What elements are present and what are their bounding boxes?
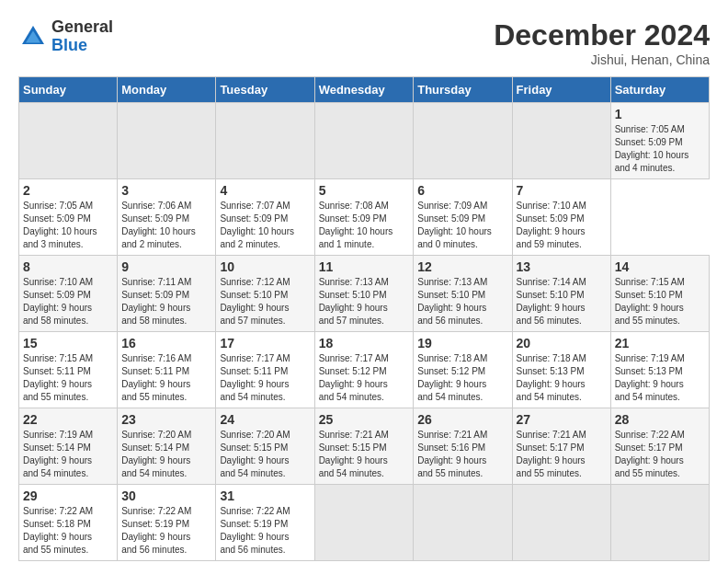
day-info: Sunrise: 7:17 AMSunset: 5:11 PMDaylight:… [220, 352, 310, 404]
day-cell: 21Sunrise: 7:19 AMSunset: 5:13 PMDayligh… [610, 332, 709, 408]
logo: General Blue [18, 18, 113, 55]
day-cell: 23Sunrise: 7:20 AMSunset: 5:14 PMDayligh… [118, 408, 216, 485]
day-of-week-header: Friday [512, 77, 610, 103]
day-number: 7 [517, 183, 607, 198]
day-info: Sunrise: 7:22 AMSunset: 5:18 PMDaylight:… [23, 505, 113, 557]
day-cell: 2Sunrise: 7:05 AMSunset: 5:09 PMDaylight… [19, 179, 118, 256]
day-cell: 12Sunrise: 7:13 AMSunset: 5:10 PMDayligh… [414, 256, 512, 332]
day-info: Sunrise: 7:06 AMSunset: 5:09 PMDaylight:… [121, 200, 211, 251]
day-of-week-header: Monday [118, 77, 216, 103]
day-number: 10 [220, 259, 310, 274]
calendar-week-row: 15Sunrise: 7:15 AMSunset: 5:11 PMDayligh… [19, 332, 710, 408]
page-header: General Blue December 2024 Jishui, Henan… [18, 18, 710, 67]
day-cell: 6Sunrise: 7:09 AMSunset: 5:09 PMDaylight… [414, 179, 512, 256]
empty-day-cell [314, 103, 414, 179]
location: Jishui, Henan, China [494, 52, 710, 67]
day-number: 9 [121, 259, 211, 274]
day-info: Sunrise: 7:19 AMSunset: 5:13 PMDaylight:… [615, 352, 705, 404]
day-of-week-header: Thursday [414, 77, 512, 103]
calendar-week-row: 2Sunrise: 7:05 AMSunset: 5:09 PMDaylight… [19, 179, 710, 256]
day-info: Sunrise: 7:21 AMSunset: 5:17 PMDaylight:… [517, 429, 607, 480]
day-cell: 26Sunrise: 7:21 AMSunset: 5:16 PMDayligh… [414, 408, 512, 485]
day-cell: 13Sunrise: 7:14 AMSunset: 5:10 PMDayligh… [512, 256, 610, 332]
day-cell: 11Sunrise: 7:13 AMSunset: 5:10 PMDayligh… [314, 256, 414, 332]
day-info: Sunrise: 7:16 AMSunset: 5:11 PMDaylight:… [121, 352, 211, 404]
day-number: 17 [220, 336, 310, 350]
day-number: 13 [517, 259, 607, 274]
calendar-week-row: 22Sunrise: 7:19 AMSunset: 5:14 PMDayligh… [19, 408, 710, 485]
day-number: 2 [23, 183, 113, 198]
day-info: Sunrise: 7:22 AMSunset: 5:19 PMDaylight:… [121, 505, 211, 557]
day-cell: 16Sunrise: 7:16 AMSunset: 5:11 PMDayligh… [118, 332, 216, 408]
day-info: Sunrise: 7:10 AMSunset: 5:09 PMDaylight:… [517, 200, 607, 251]
day-number: 14 [615, 259, 705, 274]
day-info: Sunrise: 7:20 AMSunset: 5:14 PMDaylight:… [121, 429, 211, 480]
day-number: 29 [23, 488, 113, 503]
day-info: Sunrise: 7:19 AMSunset: 5:14 PMDaylight:… [23, 429, 113, 480]
calendar-week-row: 29Sunrise: 7:22 AMSunset: 5:18 PMDayligh… [19, 485, 710, 561]
day-info: Sunrise: 7:22 AMSunset: 5:19 PMDaylight:… [220, 505, 310, 557]
title-block: December 2024 Jishui, Henan, China [494, 18, 710, 67]
day-number: 31 [220, 488, 310, 503]
day-info: Sunrise: 7:05 AMSunset: 5:09 PMDaylight:… [615, 123, 705, 175]
day-info: Sunrise: 7:07 AMSunset: 5:09 PMDaylight:… [220, 200, 310, 251]
day-info: Sunrise: 7:10 AMSunset: 5:09 PMDaylight:… [23, 276, 113, 327]
empty-day-cell [19, 103, 118, 179]
day-cell: 1Sunrise: 7:05 AMSunset: 5:09 PMDaylight… [610, 103, 709, 179]
day-cell: 22Sunrise: 7:19 AMSunset: 5:14 PMDayligh… [19, 408, 118, 485]
day-number: 8 [23, 259, 113, 274]
day-number: 12 [417, 259, 507, 274]
empty-day-cell [314, 485, 414, 561]
day-info: Sunrise: 7:21 AMSunset: 5:16 PMDaylight:… [417, 429, 507, 480]
day-info: Sunrise: 7:18 AMSunset: 5:13 PMDaylight:… [517, 352, 607, 404]
day-of-week-header: Tuesday [216, 77, 314, 103]
calendar-week-row: 8Sunrise: 7:10 AMSunset: 5:09 PMDaylight… [19, 256, 710, 332]
day-number: 19 [417, 336, 507, 350]
day-number: 28 [615, 412, 705, 427]
day-info: Sunrise: 7:13 AMSunset: 5:10 PMDaylight:… [417, 276, 507, 327]
day-info: Sunrise: 7:22 AMSunset: 5:17 PMDaylight:… [615, 429, 705, 480]
day-number: 26 [417, 412, 507, 427]
day-cell: 3Sunrise: 7:06 AMSunset: 5:09 PMDaylight… [118, 179, 216, 256]
day-number: 11 [319, 259, 410, 274]
day-info: Sunrise: 7:14 AMSunset: 5:10 PMDaylight:… [517, 276, 607, 327]
day-number: 6 [417, 183, 507, 198]
day-number: 22 [23, 412, 113, 427]
empty-day-cell [512, 103, 610, 179]
empty-day-cell [610, 485, 709, 561]
day-cell: 17Sunrise: 7:17 AMSunset: 5:11 PMDayligh… [216, 332, 314, 408]
day-cell: 9Sunrise: 7:11 AMSunset: 5:09 PMDaylight… [118, 256, 216, 332]
day-of-week-header: Wednesday [314, 77, 414, 103]
logo-text: General Blue [51, 18, 113, 55]
logo-icon [18, 22, 48, 52]
day-number: 3 [121, 183, 211, 198]
day-cell: 29Sunrise: 7:22 AMSunset: 5:18 PMDayligh… [19, 485, 118, 561]
empty-day-cell [414, 485, 512, 561]
day-number: 20 [517, 336, 607, 350]
day-info: Sunrise: 7:18 AMSunset: 5:12 PMDaylight:… [417, 352, 507, 404]
day-number: 23 [121, 412, 211, 427]
day-cell: 31Sunrise: 7:22 AMSunset: 5:19 PMDayligh… [216, 485, 314, 561]
day-info: Sunrise: 7:08 AMSunset: 5:09 PMDaylight:… [319, 200, 410, 251]
day-info: Sunrise: 7:11 AMSunset: 5:09 PMDaylight:… [121, 276, 211, 327]
day-cell: 25Sunrise: 7:21 AMSunset: 5:15 PMDayligh… [314, 408, 414, 485]
day-number: 25 [319, 412, 410, 427]
day-cell: 30Sunrise: 7:22 AMSunset: 5:19 PMDayligh… [118, 485, 216, 561]
calendar-week-row: 1Sunrise: 7:05 AMSunset: 5:09 PMDaylight… [19, 103, 710, 179]
day-cell: 4Sunrise: 7:07 AMSunset: 5:09 PMDaylight… [216, 179, 314, 256]
day-number: 30 [121, 488, 211, 503]
day-cell: 18Sunrise: 7:17 AMSunset: 5:12 PMDayligh… [314, 332, 414, 408]
day-cell: 27Sunrise: 7:21 AMSunset: 5:17 PMDayligh… [512, 408, 610, 485]
empty-day-cell [512, 485, 610, 561]
day-info: Sunrise: 7:15 AMSunset: 5:11 PMDaylight:… [23, 352, 113, 404]
day-number: 24 [220, 412, 310, 427]
day-info: Sunrise: 7:09 AMSunset: 5:09 PMDaylight:… [417, 200, 507, 251]
day-cell: 10Sunrise: 7:12 AMSunset: 5:10 PMDayligh… [216, 256, 314, 332]
day-number: 1 [615, 107, 705, 121]
empty-day-cell [118, 103, 216, 179]
day-cell: 28Sunrise: 7:22 AMSunset: 5:17 PMDayligh… [610, 408, 709, 485]
calendar-table: SundayMondayTuesdayWednesdayThursdayFrid… [18, 76, 710, 561]
day-cell: 7Sunrise: 7:10 AMSunset: 5:09 PMDaylight… [512, 179, 610, 256]
month-year: December 2024 [494, 18, 710, 52]
day-cell: 8Sunrise: 7:10 AMSunset: 5:09 PMDaylight… [19, 256, 118, 332]
